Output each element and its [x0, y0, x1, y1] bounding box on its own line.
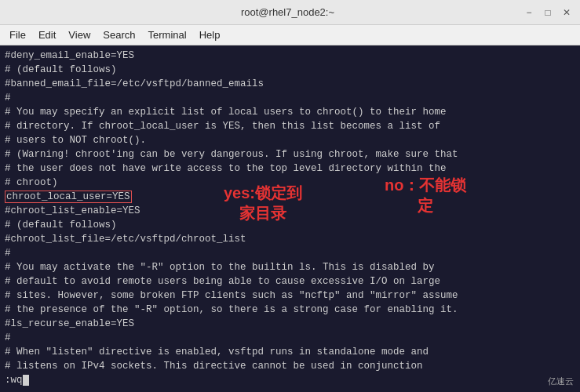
- line-20: #ls_recurse_enable=YES: [5, 318, 134, 329]
- line-14: #chroot_list_file=/etc/vsftpd/chroot_lis…: [5, 234, 246, 245]
- titlebar: root@rhel7_node2:~ − □ ✕: [0, 0, 580, 25]
- menubar: File Edit View Search Terminal Help: [0, 25, 580, 45]
- menu-view[interactable]: View: [62, 27, 97, 42]
- line-4: #: [5, 93, 11, 103]
- line-18: # sites. However, some broken FTP client…: [5, 290, 458, 301]
- close-button[interactable]: ✕: [560, 5, 574, 20]
- line-15: #: [5, 248, 11, 259]
- line-6: # directory. If chroot_local_user is YES…: [5, 121, 440, 132]
- line-13: # (default follows): [5, 220, 117, 230]
- command-line[interactable]: :wq: [5, 375, 29, 386]
- line-2: # (default follows): [5, 64, 117, 75]
- line-5: # You may specify an explicit list of lo…: [5, 107, 447, 118]
- line-22: # When "listen" directive is enabled, vs…: [5, 347, 429, 358]
- line-7: # users to NOT chroot().: [5, 135, 146, 146]
- window-controls[interactable]: − □ ✕: [522, 5, 574, 20]
- chroot-value-box: chroot_local_user=YES: [5, 191, 132, 203]
- menu-terminal[interactable]: Terminal: [142, 27, 193, 42]
- line-21: #: [5, 332, 11, 343]
- line-9: # the user does not have write access to…: [5, 163, 447, 174]
- minimize-button[interactable]: −: [522, 5, 536, 20]
- menu-search[interactable]: Search: [97, 27, 141, 42]
- line-19: # the presence of the "-R" option, so th…: [5, 304, 458, 315]
- window-title: root@rhel7_node2:~: [53, 6, 522, 18]
- cursor-block: [23, 375, 29, 386]
- line-17: # default to avoid remote users being ab…: [5, 276, 440, 287]
- line-10: # chroot): [5, 177, 58, 188]
- menu-edit[interactable]: Edit: [32, 27, 62, 42]
- line-12: #chroot_list_enable=YES: [5, 205, 140, 216]
- maximize-button[interactable]: □: [541, 5, 555, 20]
- line-1: #deny_email_enable=YES: [5, 50, 134, 61]
- terminal-text: #deny_email_enable=YES # (default follow…: [5, 49, 575, 387]
- line-11-highlighted: chroot_local_user=YES: [5, 191, 132, 203]
- line-16: # You may activate the "-R" option to th…: [5, 262, 435, 273]
- terminal-area[interactable]: #deny_email_enable=YES # (default follow…: [0, 45, 580, 392]
- menu-file[interactable]: File: [3, 27, 32, 42]
- line-8: # (Warning! chroot'ing can be very dange…: [5, 149, 458, 160]
- menu-help[interactable]: Help: [193, 27, 227, 42]
- watermark: 亿速云: [548, 376, 574, 387]
- line-23: # listens on IPv4 sockets. This directiv…: [5, 361, 423, 372]
- line-3: #banned_email_file=/etc/vsftpd/banned_em…: [5, 78, 264, 89]
